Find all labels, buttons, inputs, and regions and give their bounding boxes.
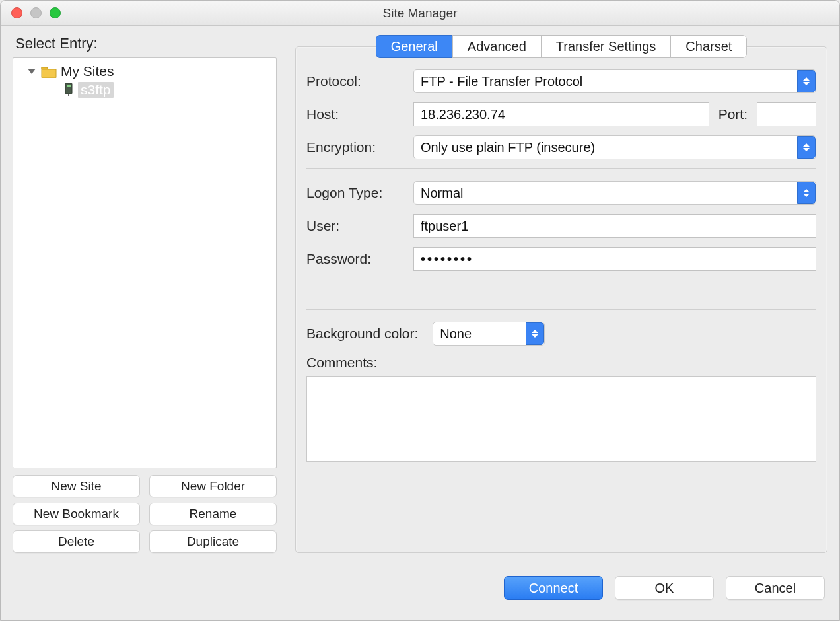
svg-rect-1: [67, 85, 71, 87]
logon-type-value: Normal: [421, 186, 463, 201]
rename-button[interactable]: Rename: [149, 503, 277, 525]
tab-general[interactable]: General: [376, 35, 453, 58]
cancel-button[interactable]: Cancel: [726, 576, 825, 600]
select-entry-label: Select Entry:: [15, 35, 277, 52]
tree-folder-label: My Sites: [61, 63, 114, 79]
new-bookmark-button[interactable]: New Bookmark: [13, 503, 140, 525]
port-label: Port:: [718, 106, 748, 122]
server-icon: [63, 83, 74, 97]
left-pane: Select Entry: My Sites: [13, 35, 277, 553]
comments-label: Comments:: [306, 355, 816, 371]
tree-site-label: s3ftp: [78, 82, 114, 98]
tabs: General Advanced Transfer Settings Chars…: [295, 35, 827, 58]
tab-transfer-settings[interactable]: Transfer Settings: [541, 35, 672, 58]
password-label: Password:: [306, 251, 404, 267]
duplicate-button[interactable]: Duplicate: [149, 530, 277, 553]
right-pane: General Advanced Transfer Settings Chars…: [295, 35, 827, 553]
tab-charset[interactable]: Charset: [670, 35, 747, 58]
general-panel: Protocol: FTP - File Transfer Protocol H…: [295, 46, 827, 553]
user-label: User:: [306, 218, 404, 234]
separator: [306, 309, 816, 310]
chevron-down-icon[interactable]: [28, 69, 36, 74]
protocol-label: Protocol:: [306, 73, 404, 89]
titlebar: Site Manager: [1, 1, 839, 26]
window-title: Site Manager: [1, 6, 839, 20]
tree-folder-my-sites[interactable]: My Sites: [16, 62, 273, 81]
comments-textarea[interactable]: [306, 376, 816, 462]
tab-advanced[interactable]: Advanced: [452, 35, 542, 58]
encryption-value: Only use plain FTP (insecure): [421, 140, 595, 155]
traffic-lights: [1, 7, 61, 18]
minimize-window-button[interactable]: [30, 7, 42, 18]
stepper-arrows-icon: [526, 322, 544, 345]
separator: [306, 168, 816, 169]
folder-icon: [41, 65, 57, 78]
zoom-window-button[interactable]: [50, 7, 61, 18]
tree-site-s3ftp[interactable]: s3ftp: [16, 81, 273, 99]
new-folder-button[interactable]: New Folder: [149, 475, 277, 497]
site-tree[interactable]: My Sites s3ftp: [13, 57, 277, 468]
logon-type-label: Logon Type:: [306, 185, 404, 201]
background-color-label: Background color:: [306, 326, 418, 342]
dialog-footer: Connect OK Cancel: [1, 564, 839, 612]
close-window-button[interactable]: [11, 7, 22, 18]
host-input[interactable]: [413, 102, 709, 126]
host-label: Host:: [306, 106, 404, 122]
password-input[interactable]: [413, 247, 816, 271]
port-input[interactable]: [757, 102, 816, 126]
stepper-arrows-icon: [797, 136, 816, 159]
ok-button[interactable]: OK: [615, 576, 714, 600]
delete-button[interactable]: Delete: [13, 530, 140, 553]
connect-button[interactable]: Connect: [504, 576, 603, 600]
user-input[interactable]: [413, 214, 816, 238]
protocol-value: FTP - File Transfer Protocol: [421, 74, 582, 89]
svg-rect-2: [68, 94, 69, 96]
encryption-label: Encryption:: [306, 139, 404, 155]
site-manager-window: Site Manager Select Entry: My Sites: [0, 0, 840, 621]
background-color-value: None: [440, 326, 472, 342]
logon-type-select[interactable]: Normal: [413, 181, 816, 205]
new-site-button[interactable]: New Site: [13, 475, 140, 497]
background-color-select[interactable]: None: [433, 322, 545, 346]
encryption-select[interactable]: Only use plain FTP (insecure): [413, 135, 816, 159]
stepper-arrows-icon: [797, 182, 816, 204]
protocol-select[interactable]: FTP - File Transfer Protocol: [413, 69, 816, 93]
stepper-arrows-icon: [797, 70, 816, 92]
site-buttons: New Site New Folder New Bookmark Rename …: [13, 475, 277, 553]
